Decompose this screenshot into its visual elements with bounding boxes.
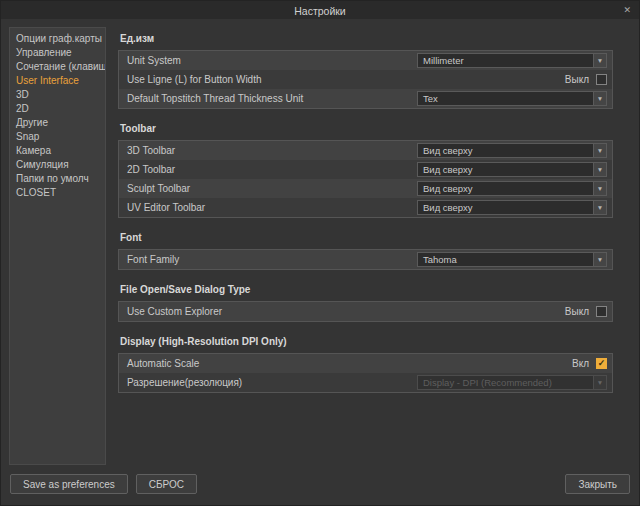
sidebar-item-closet[interactable]: CLOSET [10,186,105,200]
close-icon[interactable]: ✕ [623,1,631,19]
sidebar-item-shortcuts[interactable]: Сочетание (клавиш) [10,60,105,74]
sidebar-item-controls[interactable]: Управление [10,46,105,60]
settings-row-2d-toolbar: 2D Toolbar Вид сверху ▼ [119,160,612,179]
row-label: Automatic Scale [124,358,572,369]
section-title-font: Font [120,232,613,243]
row-label: Font Family [124,254,417,265]
automatic-scale-checkbox[interactable]: ✓ [596,358,607,369]
chevron-down-icon: ▼ [593,92,606,105]
row-label: Use Custom Explorer [124,306,565,317]
unit-system-select[interactable]: Millimeter ▼ [417,53,607,68]
sidebar-item-camera[interactable]: Камера [10,144,105,158]
sidebar-item-gpu-options[interactable]: Опции граф.карты [10,32,105,46]
section-title-display: Display (High-Resolution DPI Only) [120,336,613,347]
chevron-down-icon: ▼ [593,253,606,266]
custom-explorer-checkbox[interactable] [596,306,607,317]
checkbox-state-label: Вкл [572,358,589,369]
settings-row-sculpt-toolbar: Sculpt Toolbar Вид сверху ▼ [119,179,612,198]
close-button[interactable]: Закрыть [565,474,630,494]
chevron-down-icon: ▼ [593,376,606,389]
toolbar-2d-select[interactable]: Вид сверху ▼ [417,162,607,177]
chevron-down-icon: ▼ [593,182,606,195]
row-label: Разрешение(резолюция) [124,377,417,388]
sculpt-toolbar-select[interactable]: Вид сверху ▼ [417,181,607,196]
settings-row-uv-editor-toolbar: UV Editor Toolbar Вид сверху ▼ [119,198,612,217]
row-label: 3D Toolbar [124,145,417,156]
group-display: Automatic Scale Вкл ✓ Разрешение(резолюц… [118,353,613,393]
section-title-file-dialog: File Open/Save Dialog Type [120,284,613,295]
row-label: Sculpt Toolbar [124,183,417,194]
select-value: Вид сверху [418,144,593,157]
row-label: Use Ligne (L) for Button Width [124,74,565,85]
row-label: UV Editor Toolbar [124,202,417,213]
sidebar-item-other[interactable]: Другие [10,116,105,130]
select-value: Millimeter [418,54,593,67]
settings-dialog: Настройки ✕ Опции граф.карты Управление … [0,0,640,506]
sidebar-item-user-interface[interactable]: User Interface [10,74,105,88]
check-icon: ✓ [598,359,606,368]
settings-row-unit-system: Unit System Millimeter ▼ [119,51,612,70]
row-label: Unit System [124,55,417,66]
topstitch-unit-select[interactable]: Tex ▼ [417,91,607,106]
select-value: Tahoma [418,253,593,266]
sidebar: Опции граф.карты Управление Сочетание (к… [9,27,106,465]
dialog-body: Опции граф.карты Управление Сочетание (к… [1,19,639,469]
group-units: Unit System Millimeter ▼ Use Ligne (L) f… [118,50,613,109]
checkbox-state-label: Выкл [565,306,589,317]
chevron-down-icon: ▼ [593,54,606,67]
settings-row-font-family: Font Family Tahoma ▼ [119,250,612,269]
settings-content: Ед.изм Unit System Millimeter ▼ Use Lign… [116,27,631,465]
toolbar-3d-select[interactable]: Вид сверху ▼ [417,143,607,158]
sidebar-item-default-folders[interactable]: Папки по умолч [10,172,105,186]
select-value: Вид сверху [418,163,593,176]
group-toolbar: 3D Toolbar Вид сверху ▼ 2D Toolbar Вид с… [118,140,613,218]
save-as-preferences-button[interactable]: Save as preferences [10,474,128,494]
settings-row-ligne: Use Ligne (L) for Button Width Выкл [119,70,612,89]
section-title-units: Ед.изм [120,33,613,44]
chevron-down-icon: ▼ [593,144,606,157]
settings-row-automatic-scale: Automatic Scale Вкл ✓ [119,354,612,373]
dialog-title: Настройки [294,5,346,17]
group-file-dialog: Use Custom Explorer Выкл [118,301,613,322]
settings-row-resolution: Разрешение(резолюция) Display - DPI (Rec… [119,373,612,392]
sidebar-item-simulation[interactable]: Симуляция [10,158,105,172]
resolution-select: Display - DPI (Recommended) ▼ [417,375,607,390]
sidebar-item-2d[interactable]: 2D [10,102,105,116]
row-label: 2D Toolbar [124,164,417,175]
titlebar: Настройки ✕ [1,1,639,19]
dialog-footer: Save as preferences СБРОС Закрыть [1,469,639,505]
settings-row-3d-toolbar: 3D Toolbar Вид сверху ▼ [119,141,612,160]
font-family-select[interactable]: Tahoma ▼ [417,252,607,267]
reset-button[interactable]: СБРОС [136,474,197,494]
sidebar-item-3d[interactable]: 3D [10,88,105,102]
select-value: Вид сверху [418,201,593,214]
group-font: Font Family Tahoma ▼ [118,249,613,270]
select-value: Вид сверху [418,182,593,195]
select-value: Tex [418,92,593,105]
chevron-down-icon: ▼ [593,201,606,214]
settings-row-topstitch-unit: Default Topstitch Thread Thickness Unit … [119,89,612,108]
chevron-down-icon: ▼ [593,163,606,176]
select-value: Display - DPI (Recommended) [418,376,593,389]
ligne-checkbox[interactable] [596,74,607,85]
sidebar-item-snap[interactable]: Snap [10,130,105,144]
checkbox-state-label: Выкл [565,74,589,85]
section-title-toolbar: Toolbar [120,123,613,134]
settings-row-custom-explorer: Use Custom Explorer Выкл [119,302,612,321]
row-label: Default Topstitch Thread Thickness Unit [124,93,417,104]
uv-editor-toolbar-select[interactable]: Вид сверху ▼ [417,200,607,215]
